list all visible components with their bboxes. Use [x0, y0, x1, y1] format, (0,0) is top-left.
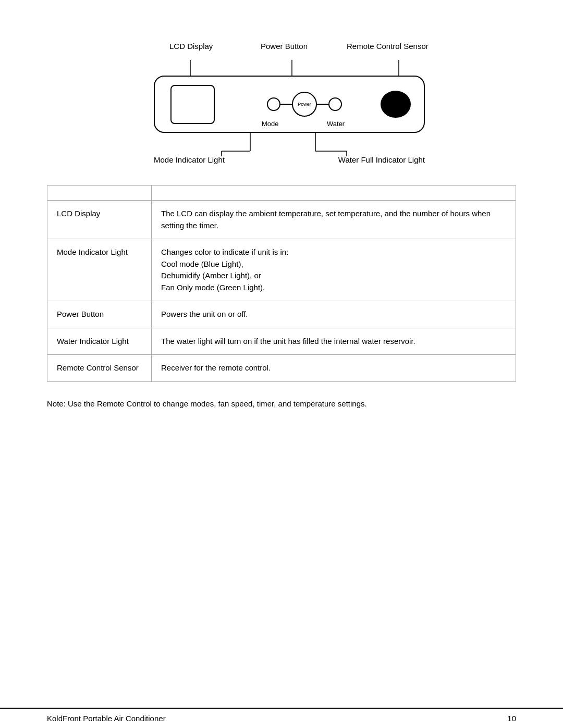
table-row: Power ButtonPowers the unit on or off.: [47, 301, 516, 328]
note-text: Note: Use the Remote Control to change m…: [47, 398, 516, 410]
table-feature: Remote Control Sensor: [47, 355, 152, 382]
water-label: Water: [327, 120, 345, 128]
mode-label: Mode: [262, 120, 279, 128]
table-description: Changes color to indicate if unit is in:…: [152, 239, 516, 301]
label-lcd: LCD Display: [169, 42, 213, 51]
table-row: LCD DisplayThe LCD can display the ambie…: [47, 201, 516, 239]
table-description: The LCD can display the ambient temperat…: [152, 201, 516, 239]
table-row: Remote Control SensorReceiver for the re…: [47, 355, 516, 382]
table-feature: LCD Display: [47, 201, 152, 239]
label-remote: Remote Control Sensor: [347, 42, 429, 51]
lcd-display: [170, 85, 215, 124]
footer-page: 10: [507, 714, 516, 723]
table-row: Mode Indicator LightChanges color to ind…: [47, 239, 516, 301]
table-header-row: [47, 186, 516, 201]
water-full-indicator-label: Water Full Indicator Light: [338, 155, 425, 164]
table-feature: Water Indicator Light: [47, 328, 152, 355]
footer: KoldFront Portable Air Conditioner 10: [0, 708, 563, 728]
footer-brand: KoldFront Portable Air Conditioner: [47, 714, 166, 723]
mode-indicator-label: Mode Indicator Light: [154, 155, 225, 164]
features-table: LCD DisplayThe LCD can display the ambie…: [47, 185, 516, 382]
power-button[interactable]: Power: [292, 92, 317, 117]
remote-control-sensor: [381, 91, 411, 118]
table-feature: Mode Indicator Light: [47, 239, 152, 301]
table-description: The water light will turn on if the unit…: [152, 328, 516, 355]
mode-indicator-light: [267, 97, 280, 111]
table-row: Water Indicator LightThe water light wil…: [47, 328, 516, 355]
table-description: Receiver for the remote control.: [152, 355, 516, 382]
table-description: Powers the unit on or off.: [152, 301, 516, 328]
table-feature: Power Button: [47, 301, 152, 328]
water-indicator-light: [328, 97, 342, 111]
label-power: Power Button: [261, 42, 308, 51]
